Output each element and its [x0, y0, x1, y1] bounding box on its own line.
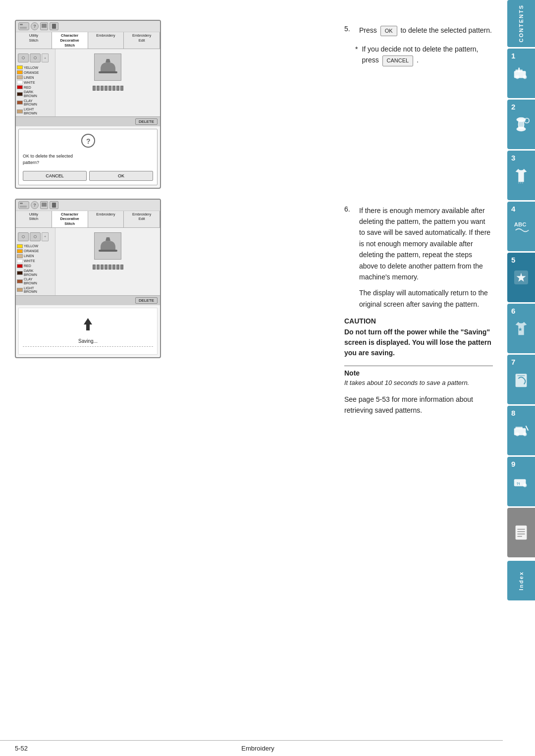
stitch-row-1: [57, 86, 158, 91]
header-icon-4: [50, 22, 58, 30]
thread-spool-icon: [512, 115, 531, 134]
device-body-2: ⬡ ⬡ + YELLOW: [16, 228, 160, 295]
sidebar-tab-ch1[interactable]: 1: [507, 49, 535, 98]
device2-header-icon-2: ?: [31, 201, 39, 209]
ok-inline-button[interactable]: OK: [380, 26, 397, 37]
caution-title: CAUTION: [344, 317, 493, 325]
confirm-buttons: CANCEL OK: [23, 171, 153, 181]
device2-header-icon-3: [40, 201, 48, 209]
sidebar-tab-ch8[interactable]: 8: [507, 406, 535, 455]
tab2-embroidery[interactable]: Embroidery: [88, 211, 124, 227]
main-content: ? UtilityStitch CharacterDecorativeStitc…: [0, 0, 503, 426]
step5-text: Press OK to delete the selected pattern.: [359, 25, 493, 36]
header-icon-1: [18, 22, 29, 30]
cancel-button[interactable]: CANCEL: [23, 171, 87, 181]
svg-point-20: [516, 432, 520, 436]
tab-number-2: 2: [511, 103, 515, 111]
step5-rest-text: to delete the selected pattern.: [400, 26, 491, 34]
shirt-icon: [512, 166, 531, 185]
color-clay-brown: CLAYBROWN: [17, 99, 54, 107]
tab-number-7: 7: [511, 358, 515, 366]
sidebar-tab-index[interactable]: Index: [507, 561, 535, 600]
asterisk-text1: If you decide not to delete the pattern,…: [362, 45, 478, 64]
pattern-book-icon: [512, 370, 531, 389]
sidebar-tab-ch2[interactable]: 2: [507, 100, 535, 149]
tab-embroidery-edit[interactable]: EmbroideryEdit: [124, 32, 160, 49]
svg-rect-4: [518, 68, 520, 73]
step5-press-text: Press: [359, 26, 377, 34]
sidebar-tab-ch7[interactable]: 7: [507, 355, 535, 404]
svg-rect-24: [516, 526, 527, 540]
dev2-color-red: RED: [17, 264, 54, 269]
stitch-row-2: [57, 265, 158, 270]
saving-arrow-icon: [23, 316, 153, 336]
delete-button-2[interactable]: DELETE: [135, 297, 158, 304]
delete-bar-2: DELETE: [16, 295, 160, 305]
tab-character[interactable]: CharacterDecorativeStitch: [52, 32, 88, 49]
tab-number-1: 1: [511, 52, 515, 60]
ok-button[interactable]: OK: [89, 171, 153, 181]
caution-text: Do not turn off the power while the "Sav…: [344, 327, 493, 358]
index-label: Index: [518, 571, 524, 591]
tab2-character[interactable]: CharacterDecorativeStitch: [52, 211, 88, 227]
sidebar: CONTENTS 1 2 3 4: [505, 0, 535, 756]
svg-text:?: ?: [86, 137, 91, 145]
tab-number-8: 8: [511, 409, 515, 417]
tab-number-4: 4: [511, 205, 515, 213]
see-page-text: See page 5-53 for more information about…: [344, 394, 493, 416]
note-title: Note: [344, 369, 493, 377]
sidebar-tab-notes[interactable]: [507, 508, 535, 557]
dev2-color-yellow: YELLOW: [17, 244, 54, 249]
dev2-color-dark-brown: DARKBROWN: [17, 269, 54, 277]
sidebar-tab-ch6[interactable]: 6 ★: [507, 304, 535, 353]
svg-rect-18: [516, 427, 523, 429]
step6-number: 6.: [344, 205, 354, 213]
sidebar-tab-ch3[interactable]: 3: [507, 151, 535, 200]
svg-point-2: [523, 75, 527, 79]
note-text: It takes about 10 seconds to save a patt…: [344, 379, 493, 386]
saving-area: Saving...: [18, 308, 158, 355]
cancel-inline-button[interactable]: CANCEL: [382, 55, 414, 66]
delete-button-1[interactable]: DELETE: [135, 118, 158, 125]
asterisk-line: * If you decide not to delete the patter…: [355, 44, 493, 66]
tab-utility[interactable]: UtilityStitch: [16, 32, 52, 49]
dev2-color-light-brown: LIGHTBROWN: [17, 286, 54, 294]
tab2-utility[interactable]: UtilityStitch: [16, 211, 52, 227]
tab2-embroidery-edit[interactable]: EmbroideryEdit: [124, 211, 160, 227]
sewing-machine-1-icon: [512, 64, 531, 83]
color-list-1: ⬡ ⬡ + YELLOW: [16, 49, 55, 116]
delete-bar-1: DELETE: [16, 116, 160, 126]
caution-block: CAUTION Do not turn off the power while …: [344, 317, 493, 358]
svg-text:ABC: ABC: [514, 221, 527, 227]
svg-text:?!: ?!: [517, 482, 520, 486]
step6-followup: The display will automatically return to…: [359, 287, 493, 310]
color-orange: ORANGE: [17, 70, 54, 75]
device-header-1: ?: [16, 21, 160, 32]
pattern-preview-1: [94, 54, 121, 81]
tab-embroidery[interactable]: Embroidery: [88, 32, 124, 49]
device-screen-2: ? UtilityStitch CharacterDecorativeStitc…: [15, 199, 161, 358]
step5-line: 5. Press OK to delete the selected patte…: [344, 25, 493, 36]
confirm-dialog: ? OK to delete the selectedpattern? CANC…: [18, 129, 158, 185]
pattern-preview-2: [94, 232, 121, 260]
tab-bar-2: UtilityStitch CharacterDecorativeStitch …: [16, 211, 160, 228]
tab-number-6: 6: [511, 307, 515, 315]
asterisk-text2: .: [417, 56, 419, 64]
step5-number: 5.: [344, 25, 354, 33]
screens-column: ? UtilityStitch CharacterDecorativeStitc…: [15, 20, 161, 416]
sewing-machine-3-icon: ?!: [512, 472, 531, 491]
confirm-dialog-text: OK to delete the selectedpattern?: [23, 153, 153, 165]
dev2-color-white: WHITE: [17, 259, 54, 264]
header-icon-3: [40, 22, 48, 30]
device-body-1: ⬡ ⬡ + YELLOW: [16, 49, 160, 116]
svg-rect-32: [99, 250, 117, 252]
tab-number-9: 9: [511, 460, 515, 468]
sidebar-tab-ch4[interactable]: 4 ABC: [507, 202, 535, 251]
document-icon: [512, 523, 531, 542]
note-block: Note It takes about 10 seconds to save a…: [344, 366, 493, 386]
sidebar-tab-ch9[interactable]: 9 ?!: [507, 457, 535, 506]
color-white: WHITE: [17, 80, 54, 85]
sidebar-tab-ch5[interactable]: 5: [507, 253, 535, 302]
asterisk-text: If you decide not to delete the pattern,…: [362, 44, 493, 66]
sidebar-tab-contents[interactable]: CONTENTS: [507, 0, 535, 47]
